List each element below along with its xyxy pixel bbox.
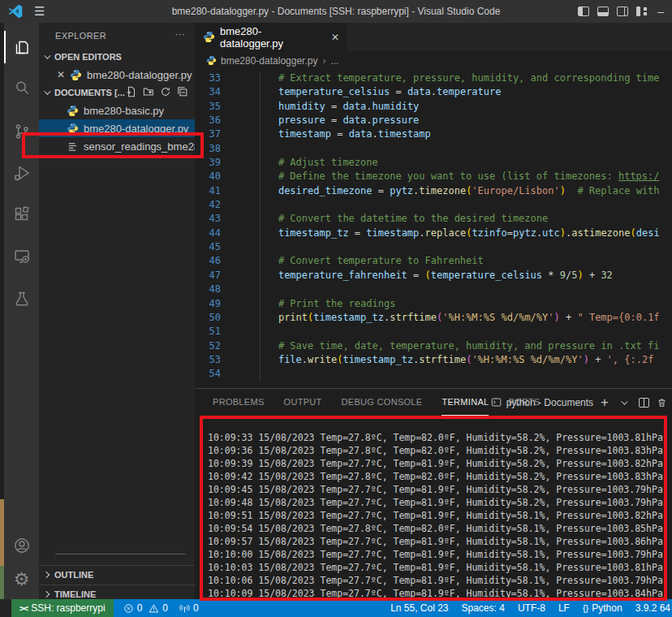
panel-tab-problems[interactable]: PROBLEMS: [213, 389, 265, 416]
refresh-icon[interactable]: [160, 86, 171, 97]
line-number: 52: [195, 339, 221, 353]
minimize-button[interactable]: –: [657, 5, 664, 18]
breadcrumb[interactable]: bme280-datalogger.py › ...: [195, 51, 672, 70]
code-line[interactable]: 34 temperature_celsius = data.temperatur…: [195, 85, 672, 99]
eol-sequence[interactable]: LF: [558, 602, 570, 614]
file-item-bme280-basic.py[interactable]: bme280-basic.py: [39, 101, 195, 119]
terminal-selector[interactable]: python - Documents: [491, 397, 593, 408]
code-line[interactable]: 41 desired_timezone = pytz.timezone('Eur…: [195, 184, 672, 198]
views-more-actions-icon[interactable]: ···: [175, 29, 185, 39]
toggle-panel-icon[interactable]: [597, 6, 609, 16]
language-mode[interactable]: {} Python: [583, 602, 622, 614]
line-number: 51: [195, 325, 221, 339]
code-line[interactable]: 45: [195, 240, 672, 254]
panel-tab-debug-console[interactable]: DEBUG CONSOLE: [342, 389, 423, 416]
chevron-down-icon: [44, 52, 50, 58]
sidebar-sash[interactable]: [55, 554, 185, 554]
line-number: 36: [195, 114, 221, 127]
line-number: 41: [195, 184, 221, 198]
code-line[interactable]: 54: [195, 367, 672, 381]
code-line[interactable]: 33 # Extract temperature, pressure, humi…: [195, 71, 672, 85]
warning-icon: [149, 603, 159, 614]
code-line[interactable]: 50 print(timestamp_tz.strftime('%H:%M:%S…: [195, 311, 672, 325]
documents-section[interactable]: DOCUMENTS [...: [39, 84, 195, 101]
open-editors-section[interactable]: OPEN EDITORS: [39, 48, 195, 66]
menu-hamburger-icon[interactable]: ☰: [34, 4, 45, 19]
panel-tab-output[interactable]: OUTPUT: [284, 389, 322, 416]
code-line[interactable]: 42: [195, 198, 672, 212]
ports-indicator[interactable]: 0: [179, 602, 199, 614]
code-line[interactable]: 53 file.write(timestamp_tz.strftime('%H:…: [195, 353, 672, 367]
code-line[interactable]: 35 humidity = data.humidity: [195, 100, 672, 114]
annotation-box-terminal-output: [200, 416, 667, 601]
panel-tab-terminal[interactable]: TERMINAL: [442, 389, 489, 416]
code-line[interactable]: 52 # Save time, date, temperature, humid…: [195, 339, 672, 353]
code-line[interactable]: 49 # Print the readings: [195, 297, 672, 311]
code-line[interactable]: 36 pressure = data.pressure: [195, 114, 672, 127]
file-name: bme280-basic.py: [84, 105, 164, 117]
code-line[interactable]: 37 timestamp = data.timestamp: [195, 127, 672, 141]
braces-icon: {}: [583, 603, 588, 613]
encoding[interactable]: UTF-8: [518, 602, 545, 614]
code-line[interactable]: 46 # Convert temperature to Fahrenheit: [195, 254, 672, 268]
split-terminal-icon[interactable]: [639, 398, 649, 408]
open-editor-item[interactable]: ✕ bme280-datalogger.py: [39, 66, 195, 84]
kill-terminal-trash-icon[interactable]: [657, 397, 667, 408]
code-line[interactable]: 48: [195, 283, 672, 296]
title-bar: ☰ bme280-datalogger.py - Documents [SSH:…: [0, 0, 672, 23]
terminal-dropdown-icon[interactable]: [621, 398, 627, 404]
remote-indicator[interactable]: >< SSH: raspberrypi: [11, 599, 114, 617]
close-icon[interactable]: ✕: [57, 69, 65, 80]
explorer-icon[interactable]: [4, 29, 39, 65]
search-icon[interactable]: [4, 70, 39, 106]
line-number: 34: [195, 85, 221, 99]
line-number: 35: [195, 100, 221, 114]
tab-bar: bme280-datalogger.py ✕: [195, 23, 672, 51]
cursor-position[interactable]: Ln 55, Col 23: [390, 602, 448, 614]
extensions-icon[interactable]: [4, 196, 39, 232]
code-line[interactable]: 51: [195, 325, 672, 339]
code-line[interactable]: 39 # Adjust timezone: [195, 156, 672, 170]
window-title: bme280-datalogger.py - Documents [SSH: r…: [0, 6, 672, 17]
new-file-icon[interactable]: [126, 86, 137, 97]
python-file-icon: [203, 31, 215, 43]
python-interpreter[interactable]: 3.9.2 64: [635, 602, 670, 614]
run-debug-icon[interactable]: [4, 155, 39, 191]
line-number: 33: [195, 71, 221, 85]
vscode-window: ☰ bme280-datalogger.py - Documents [SSH:…: [0, 0, 672, 617]
tab-close-icon[interactable]: ✕: [331, 32, 339, 43]
line-number: 43: [195, 212, 221, 226]
problems-indicator[interactable]: 0 0: [123, 602, 168, 614]
new-folder-icon[interactable]: [143, 86, 154, 97]
account-icon[interactable]: [4, 528, 39, 563]
line-number: 42: [195, 198, 221, 212]
code-line[interactable]: 43 # Convert the datetime to the desired…: [195, 212, 672, 226]
code-line[interactable]: 47 temperature_fahrenheit = (temperature…: [195, 269, 672, 283]
tab-bme280-datalogger[interactable]: bme280-datalogger.py ✕: [195, 23, 347, 51]
customize-layout-icon[interactable]: [636, 6, 648, 16]
remote-explorer-icon[interactable]: [4, 239, 39, 274]
explorer-sidebar: EXPLORER ··· OPEN EDITORS ✕ bme280-datal…: [39, 23, 195, 599]
settings-gear-icon[interactable]: ⚙: [4, 562, 39, 598]
indentation[interactable]: Spaces: 4: [462, 602, 505, 614]
python-file-icon: [67, 105, 79, 117]
line-number: 48: [195, 283, 221, 296]
line-number: 40: [195, 170, 221, 183]
code-line[interactable]: 40 # Define the timezone you want to use…: [195, 170, 672, 183]
testing-icon[interactable]: [4, 281, 39, 317]
line-number: 47: [195, 269, 221, 283]
python-file-icon: [70, 69, 82, 81]
new-terminal-icon[interactable]: +: [601, 395, 609, 409]
line-number: 46: [195, 254, 221, 268]
python-file-icon: [206, 55, 217, 66]
status-bar: >< SSH: raspberrypi 0 0 0 Ln 55, Col 23 …: [0, 599, 672, 617]
indent-guide: [260, 71, 261, 382]
code-line[interactable]: 38: [195, 142, 672, 156]
toggle-sidebar-icon[interactable]: [578, 6, 589, 16]
collapse-all-icon[interactable]: [177, 86, 188, 97]
code-editor[interactable]: 33 # Extract temperature, pressure, humi…: [195, 71, 672, 382]
line-number: 54: [195, 367, 221, 381]
outline-section[interactable]: OUTLINE: [39, 565, 195, 583]
code-line[interactable]: 44 timestamp_tz = timestamp.replace(tzin…: [195, 227, 672, 240]
toggle-secondary-sidebar-icon[interactable]: [617, 6, 628, 16]
